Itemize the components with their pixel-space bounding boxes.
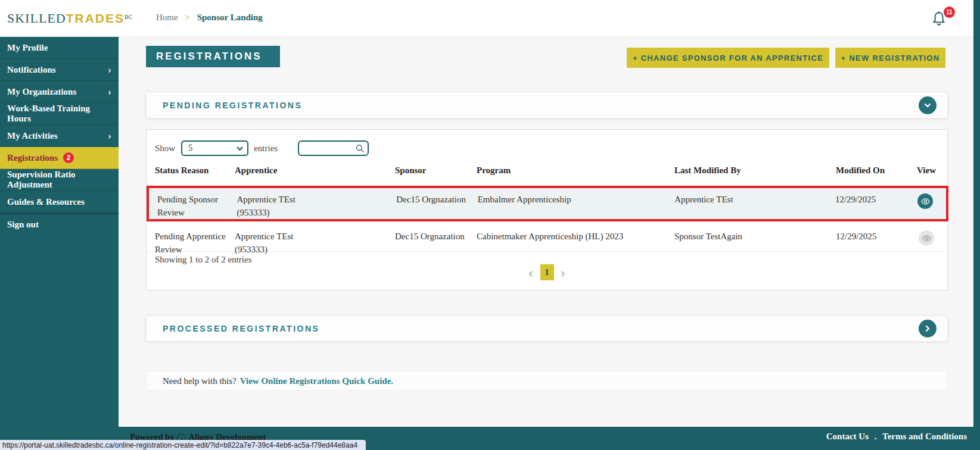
sidebar-item-label: My Activities (7, 131, 58, 141)
processed-registrations-accordion[interactable]: PROCESSED REGISTRATIONS (146, 315, 948, 342)
logo-part-bc: BC (125, 14, 132, 20)
chevron-right-icon: › (108, 65, 111, 75)
sidebar-item-label: Guides & Resources (7, 197, 85, 207)
sidebar-item-label: My Organizations (7, 87, 76, 97)
sidebar-item-label: Notifications (7, 65, 56, 75)
notifications-bell-button[interactable]: 11 (931, 11, 950, 30)
sidebar-item-label: My Profile (7, 43, 48, 53)
breadcrumb-current: Sponsor Landing (197, 12, 263, 22)
pending-registrations-title: PENDING REGISTRATIONS (147, 101, 302, 110)
sidebar-item-label: Sign out (7, 220, 39, 230)
sidebar-item-label: Work-Based Training Hours (7, 104, 111, 124)
view-button-disabled[interactable] (919, 230, 934, 246)
registrations-count-badge: 2 (63, 152, 74, 163)
sidebar-item-registrations[interactable]: Registrations 2 (0, 147, 119, 169)
main-content: REGISTRATIONS + CHANGE SPONSOR FOR AN AP… (119, 37, 973, 427)
sidebar-item-guides-resources[interactable]: Guides & Resources (0, 191, 119, 213)
cell-last-modified-by: Apprentice TEst (666, 193, 827, 219)
cell-program: Cabinetmaker Apprenticeship (HL) 2023 (468, 230, 666, 251)
scrollbar[interactable] (973, 0, 980, 450)
collapse-section-button[interactable] (919, 96, 937, 114)
sidebar-item-sign-out[interactable]: Sign out (0, 213, 119, 235)
chevron-right-icon (923, 324, 932, 333)
eye-icon (922, 233, 932, 243)
column-header-apprentice[interactable]: Apprentice (226, 165, 387, 176)
sidebar-item-my-activities[interactable]: My Activities › (0, 125, 119, 147)
logo-part-trades: TRADES (66, 11, 125, 25)
search-icon (355, 143, 365, 155)
column-header-modified-on[interactable]: Modified On (827, 165, 906, 176)
table-row[interactable]: Pending Apprentice Review Apprentice TEs… (147, 226, 947, 252)
cell-sponsor: Dec15 Orgnazation (387, 230, 468, 251)
chevron-right-icon: › (108, 87, 111, 97)
column-header-status-reason[interactable]: Status Reason (147, 165, 226, 176)
table-search (298, 140, 369, 156)
notifications-count-badge: 11 (944, 7, 955, 18)
column-header-last-modified-by[interactable]: Last Modified By (666, 165, 827, 176)
entries-per-page-value: 5 (188, 143, 192, 153)
expand-section-button[interactable] (919, 320, 937, 338)
skilledtradesbc-logo[interactable]: SKILLEDTRADESBC (7, 11, 132, 26)
sidebar-item-supervision-ratio-adjustment[interactable]: Supervision Ratio Adjustment (0, 169, 119, 191)
table-header-row: Status Reason Apprentice Sponsor Program… (147, 165, 947, 176)
cell-apprentice: Apprentice TEst (953333) (228, 193, 317, 219)
help-bar: Need help with this? View Online Registr… (146, 371, 948, 391)
table-controls: Show 5 entries (155, 140, 369, 156)
logo-part-skilled: SKILLED (7, 11, 66, 26)
table-row-selected[interactable]: Pending Sponsor Review Apprentice TEst (… (147, 186, 948, 221)
sidebar-item-label: Supervision Ratio Adjustment (7, 170, 111, 190)
entries-summary: Showing 1 to 2 of 2 entries (155, 255, 252, 265)
show-label: Show (155, 143, 175, 154)
current-page-button[interactable]: 1 (540, 264, 554, 280)
contact-us-link[interactable]: Contact Us (826, 432, 869, 441)
cell-last-modified-by: Sponsor TestAgain (666, 230, 827, 251)
chevron-down-icon (923, 101, 932, 110)
chevron-down-icon (236, 145, 244, 152)
terms-and-conditions-link[interactable]: Terms and Conditions (882, 432, 967, 441)
pending-registrations-panel: Show 5 entries (146, 129, 948, 290)
footer-links: Contact Us . Terms and Conditions (826, 432, 967, 442)
sidebar-item-label: Registrations (7, 153, 58, 163)
sidebar: My Profile Notifications › My Organizati… (0, 37, 119, 427)
help-text: Need help with this? (163, 376, 237, 386)
cell-modified-on: 12/29/2025 (827, 193, 904, 219)
top-bar: SKILLEDTRADESBC Home > Sponsor Landing 1… (0, 0, 980, 37)
browser-status-url: https://portal-uat.skilledtradesbc.ca/on… (0, 440, 366, 450)
chevron-right-icon: › (108, 131, 111, 141)
pending-registrations-accordion[interactable]: PENDING REGISTRATIONS (146, 92, 948, 118)
next-page-button[interactable]: › (561, 267, 565, 279)
sidebar-item-my-organizations[interactable]: My Organizations › (0, 81, 119, 103)
cell-program: Embalmer Apprenticeship (469, 193, 666, 219)
page: SKILLEDTRADESBC Home > Sponsor Landing 1… (0, 0, 980, 450)
entries-label: entries (254, 143, 278, 154)
change-sponsor-button[interactable]: + CHANGE SPONSOR FOR AN APPRENTICE (627, 48, 829, 68)
eye-icon (920, 196, 931, 207)
cell-sponsor: Dec15 Orgnazation (388, 193, 469, 219)
breadcrumb-separator: > (185, 12, 189, 22)
breadcrumb: Home > Sponsor Landing (156, 12, 263, 23)
cell-status-reason: Pending Sponsor Review (149, 193, 228, 219)
breadcrumb-home[interactable]: Home (156, 12, 178, 22)
sidebar-item-my-profile[interactable]: My Profile (0, 37, 119, 59)
column-header-view: View (906, 165, 947, 176)
footer-separator: . (875, 432, 877, 441)
pagination: ‹ 1 › (147, 264, 947, 280)
quick-guide-link[interactable]: View Online Registrations Quick Guide. (240, 376, 393, 386)
column-header-program[interactable]: Program (468, 165, 666, 176)
sidebar-item-work-based-training-hours[interactable]: Work-Based Training Hours (0, 103, 119, 125)
previous-page-button[interactable]: ‹ (529, 267, 533, 279)
bell-icon (931, 19, 947, 29)
cell-modified-on: 12/29/2025 (827, 230, 906, 251)
page-title: REGISTRATIONS (146, 46, 280, 67)
new-registration-button[interactable]: + NEW REGISTRATION (835, 48, 945, 68)
entries-per-page-select[interactable]: 5 (181, 140, 248, 156)
column-header-sponsor[interactable]: Sponsor (387, 165, 468, 176)
view-button[interactable] (917, 193, 933, 209)
cell-status-reason: Pending Apprentice Review (147, 230, 226, 251)
sidebar-item-notifications[interactable]: Notifications › (0, 59, 119, 81)
cell-apprentice: Apprentice TEst (953333) (226, 230, 316, 251)
processed-registrations-title: PROCESSED REGISTRATIONS (147, 324, 319, 333)
